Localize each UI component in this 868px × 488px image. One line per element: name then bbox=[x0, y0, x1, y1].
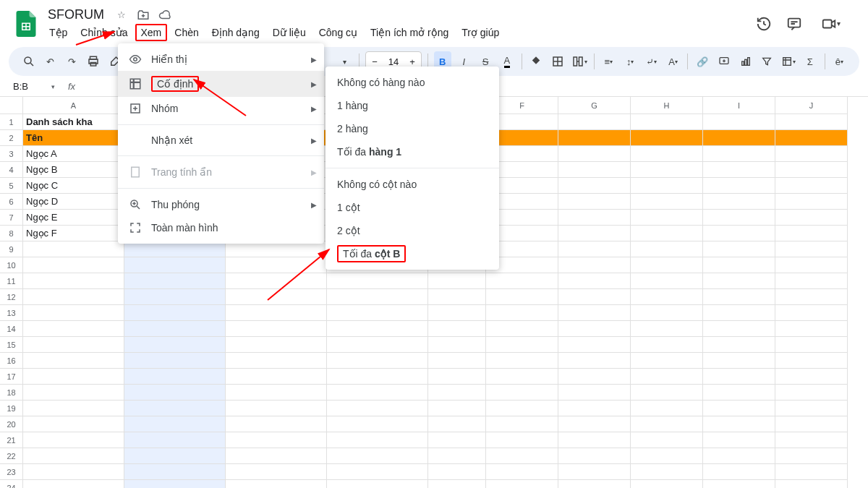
cell[interactable] bbox=[23, 464, 124, 480]
cell[interactable] bbox=[23, 432, 124, 448]
cell[interactable] bbox=[23, 369, 124, 385]
cell[interactable] bbox=[327, 432, 428, 448]
cell[interactable] bbox=[631, 273, 703, 289]
move-icon[interactable] bbox=[136, 8, 150, 22]
cell[interactable] bbox=[558, 385, 631, 401]
cell[interactable] bbox=[327, 385, 428, 401]
cell[interactable] bbox=[558, 448, 631, 464]
cell[interactable] bbox=[124, 416, 226, 432]
freeze-no-rows[interactable]: Không có hàng nào bbox=[326, 71, 499, 94]
cell[interactable] bbox=[486, 385, 558, 401]
cell[interactable] bbox=[23, 480, 124, 488]
row-header[interactable]: 2 bbox=[0, 130, 22, 146]
cell[interactable] bbox=[703, 241, 775, 257]
cell[interactable] bbox=[775, 321, 848, 337]
cell[interactable] bbox=[631, 464, 703, 480]
cell[interactable] bbox=[23, 337, 124, 353]
cell[interactable] bbox=[23, 241, 124, 257]
cell[interactable] bbox=[558, 321, 631, 337]
cell[interactable] bbox=[327, 448, 428, 464]
cell[interactable] bbox=[124, 385, 226, 401]
cell[interactable] bbox=[428, 401, 486, 416]
cell[interactable] bbox=[558, 353, 631, 369]
cell[interactable] bbox=[124, 257, 226, 273]
row-header[interactable]: 4 bbox=[0, 162, 22, 178]
cell[interactable] bbox=[23, 401, 124, 416]
cell[interactable] bbox=[558, 241, 631, 257]
cell[interactable] bbox=[558, 369, 631, 385]
cell[interactable] bbox=[428, 369, 486, 385]
cell[interactable] bbox=[226, 305, 327, 321]
cell[interactable] bbox=[703, 432, 775, 448]
cell[interactable] bbox=[631, 257, 703, 273]
cell[interactable] bbox=[124, 480, 226, 488]
cell[interactable] bbox=[428, 480, 486, 488]
cell[interactable] bbox=[486, 464, 558, 480]
cell[interactable] bbox=[124, 305, 226, 321]
row-header[interactable]: 18 bbox=[0, 385, 22, 401]
cell[interactable] bbox=[327, 337, 428, 353]
filter-views-icon[interactable]: ▾ bbox=[780, 51, 797, 72]
cell[interactable] bbox=[631, 385, 703, 401]
cell[interactable] bbox=[327, 480, 428, 488]
cell[interactable] bbox=[23, 289, 124, 305]
cell[interactable] bbox=[23, 416, 124, 432]
cell[interactable] bbox=[703, 464, 775, 480]
insert-comment-icon[interactable] bbox=[715, 51, 733, 72]
menu-help[interactable]: Trợ giúp bbox=[456, 24, 505, 41]
cell[interactable] bbox=[327, 353, 428, 369]
cell[interactable] bbox=[226, 289, 327, 305]
cell[interactable] bbox=[124, 464, 226, 480]
arabic-icon[interactable]: ê▾ bbox=[830, 51, 848, 72]
halign-icon[interactable]: ≡▾ bbox=[600, 51, 618, 72]
row-header[interactable]: 20 bbox=[0, 416, 22, 432]
print-icon[interactable] bbox=[85, 51, 102, 72]
cell[interactable] bbox=[486, 401, 558, 416]
freeze-2-cols[interactable]: 2 cột bbox=[326, 219, 499, 242]
chart-icon[interactable] bbox=[737, 51, 754, 72]
cell[interactable] bbox=[703, 416, 775, 432]
cell[interactable] bbox=[558, 432, 631, 448]
text-color-icon[interactable]: A bbox=[498, 51, 516, 72]
cell[interactable] bbox=[558, 305, 631, 321]
row-header[interactable]: 19 bbox=[0, 401, 22, 416]
cell[interactable] bbox=[703, 257, 775, 273]
row-header[interactable]: 14 bbox=[0, 321, 22, 337]
name-box[interactable]: B:B▾ bbox=[9, 80, 59, 93]
cell[interactable] bbox=[631, 337, 703, 353]
cell[interactable] bbox=[23, 257, 124, 273]
row-header[interactable]: 23 bbox=[0, 464, 22, 480]
borders-icon[interactable] bbox=[549, 51, 566, 72]
row-header[interactable]: 5 bbox=[0, 178, 22, 194]
star-icon[interactable]: ☆ bbox=[114, 8, 129, 22]
cell[interactable] bbox=[327, 416, 428, 432]
cell[interactable] bbox=[775, 416, 848, 432]
cell[interactable] bbox=[124, 432, 226, 448]
cell[interactable] bbox=[226, 480, 327, 488]
cell[interactable] bbox=[703, 337, 775, 353]
freeze-no-cols[interactable]: Không có cột nào bbox=[326, 173, 499, 196]
cell[interactable] bbox=[558, 257, 631, 273]
cell[interactable] bbox=[23, 321, 124, 337]
menu-file[interactable]: Tệp bbox=[43, 24, 73, 41]
cell[interactable] bbox=[226, 257, 327, 273]
cell[interactable] bbox=[703, 480, 775, 488]
cell[interactable] bbox=[428, 416, 486, 432]
comment-icon[interactable] bbox=[786, 15, 803, 33]
cell[interactable] bbox=[703, 448, 775, 464]
meet-icon[interactable]: ▾ bbox=[816, 15, 845, 33]
cell[interactable] bbox=[631, 480, 703, 488]
functions-icon[interactable]: Σ bbox=[801, 51, 819, 72]
menu-fullscreen[interactable]: Toàn màn hình bbox=[118, 216, 324, 239]
cell[interactable] bbox=[23, 305, 124, 321]
cell[interactable] bbox=[631, 353, 703, 369]
cell[interactable] bbox=[775, 432, 848, 448]
cell[interactable] bbox=[23, 353, 124, 369]
cell[interactable] bbox=[428, 353, 486, 369]
cell[interactable] bbox=[226, 464, 327, 480]
cell[interactable] bbox=[558, 337, 631, 353]
cell[interactable] bbox=[631, 321, 703, 337]
cell[interactable] bbox=[124, 369, 226, 385]
row-header[interactable]: 9 bbox=[0, 241, 22, 257]
cell[interactable] bbox=[631, 401, 703, 416]
